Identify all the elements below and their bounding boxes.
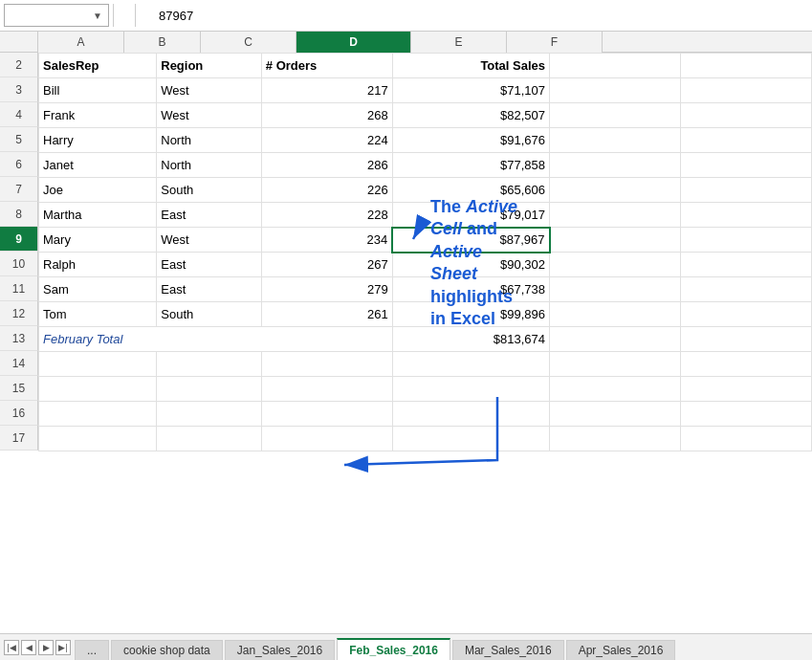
cell-9-d[interactable]: $87,967: [392, 228, 549, 253]
col-header-a[interactable]: A: [38, 32, 124, 53]
cell-15-f[interactable]: [681, 377, 812, 402]
table-row[interactable]: BillWest217$71,107: [39, 78, 812, 103]
cell-6-d[interactable]: $77,858: [392, 153, 549, 178]
table-row[interactable]: [39, 377, 812, 402]
cell-4-e[interactable]: [550, 103, 681, 128]
tab-nav-last[interactable]: ▶|: [55, 640, 71, 655]
cell-15-b[interactable]: [157, 377, 262, 402]
cell-10-d[interactable]: $90,302: [392, 253, 549, 277]
cell-5-c[interactable]: 224: [261, 128, 392, 153]
table-row[interactable]: MaryWest234$87,967: [39, 228, 812, 253]
cell-8-a[interactable]: Martha: [39, 203, 157, 228]
cell-7-c[interactable]: 226: [261, 178, 392, 203]
cell-11-f[interactable]: [681, 277, 812, 302]
cell-17-c[interactable]: [261, 427, 392, 451]
cell-16-a[interactable]: [39, 402, 157, 427]
sheet-tab-mar_sales_2016[interactable]: Mar_Sales_2016: [452, 640, 564, 661]
table-row[interactable]: TomSouth261$99,896: [39, 302, 812, 327]
cell-10-c[interactable]: 267: [261, 253, 392, 277]
cell-11-c[interactable]: 279: [261, 277, 392, 302]
table-row[interactable]: FrankWest268$82,507: [39, 103, 812, 128]
col-header-c[interactable]: C: [201, 32, 296, 53]
table-row[interactable]: HarryNorth224$91,676: [39, 128, 812, 153]
table-row[interactable]: SamEast279$67,738: [39, 277, 812, 302]
cell-14-c[interactable]: [261, 352, 392, 377]
cell-12-e[interactable]: [550, 302, 681, 327]
cell-3-b[interactable]: West: [157, 78, 262, 103]
cell-2-d[interactable]: Total Sales: [392, 54, 549, 78]
cell-17-a[interactable]: [39, 427, 157, 451]
cell-5-d[interactable]: $91,676: [392, 128, 549, 153]
cell-15-e[interactable]: [550, 377, 681, 402]
cell-8-e[interactable]: [550, 203, 681, 228]
tab-nav-first[interactable]: |◀: [4, 640, 19, 655]
cell-6-e[interactable]: [550, 153, 681, 178]
cell-17-e[interactable]: [550, 427, 681, 451]
cell-4-d[interactable]: $82,507: [392, 103, 549, 128]
cell-15-a[interactable]: [39, 377, 157, 402]
sheet-tab-...[interactable]: ...: [75, 640, 109, 661]
cell-12-b[interactable]: South: [157, 302, 262, 327]
cell-4-f[interactable]: [681, 103, 812, 128]
cell-11-a[interactable]: Sam: [39, 277, 157, 302]
cell-16-f[interactable]: [681, 402, 812, 427]
cell-12-c[interactable]: 261: [261, 302, 392, 327]
cell-10-a[interactable]: Ralph: [39, 253, 157, 277]
cell-3-c[interactable]: 217: [261, 78, 392, 103]
cell-13-a[interactable]: February Total: [39, 327, 393, 352]
cell-3-a[interactable]: Bill: [39, 78, 157, 103]
cell-14-d[interactable]: [392, 352, 549, 377]
cell-16-d[interactable]: [392, 402, 549, 427]
cell-11-d[interactable]: $67,738: [392, 277, 549, 302]
cell-15-c[interactable]: [261, 377, 392, 402]
table-row[interactable]: February Total$813,674: [39, 327, 812, 352]
formula-input[interactable]: [155, 4, 808, 27]
cell-5-a[interactable]: Harry: [39, 128, 157, 153]
cell-13-f[interactable]: [681, 327, 812, 352]
cell-2-c[interactable]: # Orders: [261, 54, 392, 78]
tab-nav-next[interactable]: ▶: [38, 640, 54, 655]
cell-5-b[interactable]: North: [157, 128, 262, 153]
cell-6-c[interactable]: 286: [261, 153, 392, 178]
cell-7-b[interactable]: South: [157, 178, 262, 203]
table-row[interactable]: RalphEast267$90,302: [39, 253, 812, 277]
cell-7-d[interactable]: $65,606: [392, 178, 549, 203]
col-header-d[interactable]: D: [296, 32, 411, 53]
cell-16-c[interactable]: [261, 402, 392, 427]
cell-11-e[interactable]: [550, 277, 681, 302]
cell-5-f[interactable]: [681, 128, 812, 153]
cell-9-e[interactable]: [550, 228, 681, 253]
cell-17-b[interactable]: [157, 427, 262, 451]
cell-3-d[interactable]: $71,107: [392, 78, 549, 103]
cell-7-a[interactable]: Joe: [39, 178, 157, 203]
cell-17-f[interactable]: [681, 427, 812, 451]
col-header-e[interactable]: E: [411, 32, 507, 53]
cell-4-c[interactable]: 268: [261, 103, 392, 128]
table-row[interactable]: SalesRepRegion# OrdersTotal Sales: [39, 54, 812, 78]
sheet-tab-jan_sales_2016[interactable]: Jan_Sales_2016: [225, 640, 335, 661]
cell-13-e[interactable]: [550, 327, 681, 352]
cell-8-f[interactable]: [681, 203, 812, 228]
cell-14-f[interactable]: [681, 352, 812, 377]
col-header-b[interactable]: B: [124, 32, 201, 53]
sheet-tab-feb_sales_2016[interactable]: Feb_Sales_2016: [337, 638, 450, 661]
cell-9-f[interactable]: [681, 228, 812, 253]
cell-10-e[interactable]: [550, 253, 681, 277]
col-header-f[interactable]: F: [507, 32, 603, 53]
tab-nav[interactable]: |◀ ◀ ▶ ▶|: [4, 640, 71, 655]
cell-6-b[interactable]: North: [157, 153, 262, 178]
cell-8-b[interactable]: East: [157, 203, 262, 228]
cell-13-d[interactable]: $813,674: [392, 327, 549, 352]
cell-3-f[interactable]: [681, 78, 812, 103]
cell-11-b[interactable]: East: [157, 277, 262, 302]
cell-14-e[interactable]: [550, 352, 681, 377]
cell-14-a[interactable]: [39, 352, 157, 377]
cell-2-e[interactable]: [550, 54, 681, 78]
sheet-tab-cookie-shop-data[interactable]: cookie shop data: [111, 640, 223, 661]
cell-8-d[interactable]: $79,017: [392, 203, 549, 228]
cell-9-b[interactable]: West: [157, 228, 262, 253]
table-row[interactable]: MarthaEast228$79,017: [39, 203, 812, 228]
table-row[interactable]: [39, 427, 812, 451]
cell-6-f[interactable]: [681, 153, 812, 178]
cell-3-e[interactable]: [550, 78, 681, 103]
